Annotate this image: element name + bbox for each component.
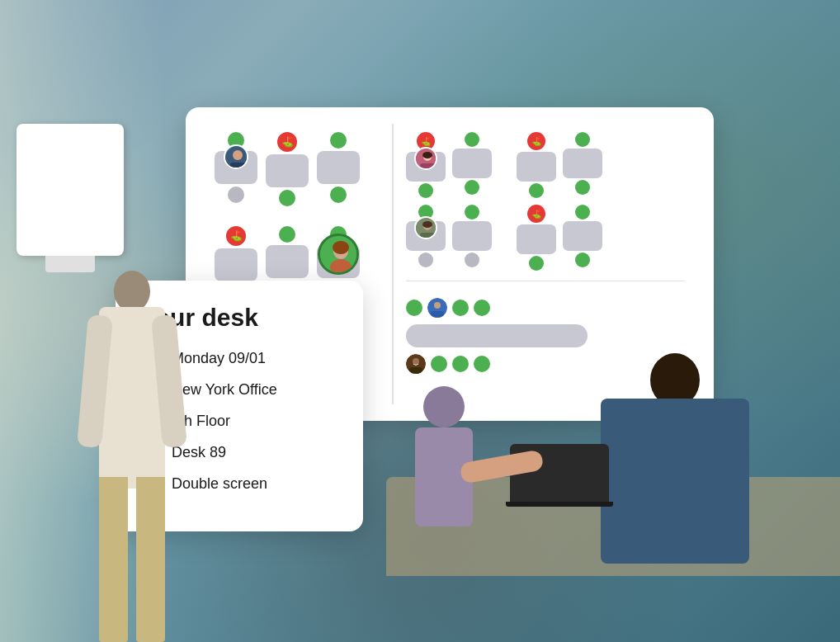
desk-surface [517,224,556,254]
cluster-b-row2: ⛳ [517,205,602,271]
desk-unit-2: ⛳ [266,132,309,206]
seat-dot [418,253,433,267]
desk-a3 [406,205,446,267]
desk-surface [215,151,257,184]
desk-a1: ⛳ [406,132,446,198]
svg-point-6 [333,241,349,254]
svg-point-10 [422,152,432,158]
desk-a4 [452,205,492,267]
seat-dot [452,300,469,316]
desk-surface-selected [317,245,360,278]
svg-point-16 [434,302,441,309]
seat-dot [418,183,433,198]
svg-rect-13 [420,233,435,239]
cluster-a-row2 [406,205,492,267]
svg-point-14 [422,221,432,228]
desk-cluster-a: ⛳ [406,132,492,271]
desk-surface [563,149,602,178]
person-avatar [414,147,437,170]
cluster-b-row1: ⛳ [517,132,602,198]
desk-b3: ⛳ [517,205,556,271]
desk-b2 [563,132,602,195]
seat-dot [465,205,479,220]
cluster-a-row1: ⛳ [406,132,492,198]
booked-badge: ⛳ [226,226,246,246]
booked-badge: ⛳ [527,132,545,150]
seat-dot [330,132,347,149]
svg-rect-2 [230,163,245,169]
seat-dot [575,253,590,267]
seat-dot [529,183,544,198]
desk-b1: ⛳ [517,132,556,198]
booked-badge: ⛳ [277,132,297,152]
seat-dot [529,256,544,271]
person-avatar [414,216,437,239]
seat-dot [330,186,347,203]
desk-unit-1 [215,132,257,203]
svg-point-1 [233,150,243,160]
seat-dot [279,190,295,206]
seat-dot [575,132,590,147]
seat-dot [465,253,479,267]
desk-surface [317,151,360,184]
page-container: ⛳ ⛳ [0,0,840,642]
seat-dot-bottom [228,186,244,203]
person-avatar [224,144,248,169]
background-people [345,353,840,642]
right-top-section: ⛳ [406,132,685,281]
desk-surface [452,149,492,178]
desk-surface [266,154,309,187]
seat-dot [465,132,479,147]
desk-surface [452,221,492,251]
svg-rect-17 [431,311,444,318]
seat-dot [279,226,295,243]
desk-surface [563,221,602,251]
desk-unit-3 [317,132,360,203]
desk-b4 [563,205,602,267]
booked-badge: ⛳ [527,205,545,223]
desk-row-1: ⛳ [215,132,380,206]
selected-person-avatar [318,234,359,275]
conference-top-seats [406,298,685,318]
desk-a2 [452,132,492,195]
person-avatar-blue [427,298,447,318]
desk-cluster-b: ⛳ ⛳ [517,132,602,271]
desk-surface [266,245,309,278]
seat-dot [575,180,590,195]
desk-surface [215,248,257,281]
conference-desk-surface [406,324,588,347]
seat-dot [406,300,422,316]
seat-dot [474,300,490,316]
svg-rect-9 [420,163,435,170]
desk-surface [517,152,556,182]
seat-dot [575,205,590,220]
seat-dot [465,180,479,195]
